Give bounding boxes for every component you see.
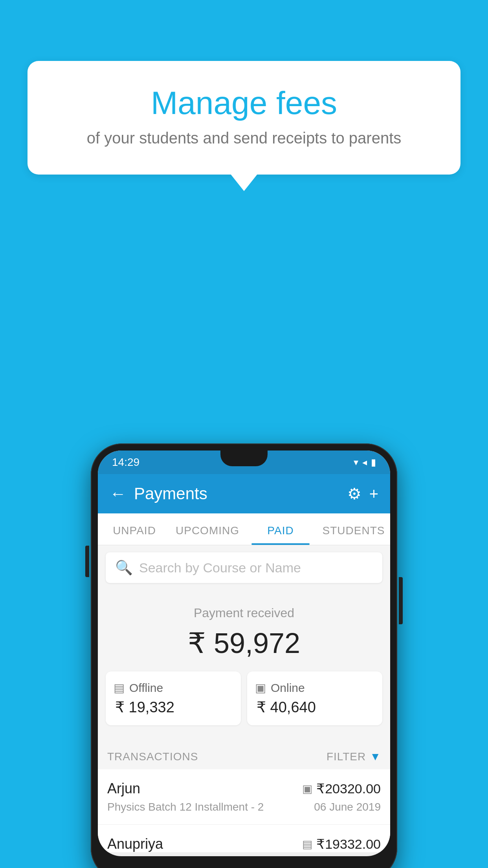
offline-card: ▤ Offline ₹ 19,332 bbox=[106, 671, 241, 725]
battery-icon: ▮ bbox=[371, 457, 376, 468]
payment-cards: ▤ Offline ₹ 19,332 ▣ Online ₹ 40,640 bbox=[106, 671, 382, 725]
tab-unpaid[interactable]: UNPAID bbox=[98, 513, 171, 545]
status-bar: 14:29 ▾ ◂ ▮ bbox=[98, 451, 390, 474]
transactions-header: TRANSACTIONS FILTER ▼ bbox=[98, 741, 390, 769]
bubble-subtitle: of your students and send receipts to pa… bbox=[47, 129, 441, 147]
filter-label: FILTER bbox=[327, 750, 366, 763]
tab-upcoming[interactable]: UPCOMING bbox=[171, 513, 244, 545]
search-bar[interactable]: 🔍 Search by Course or Name bbox=[106, 552, 382, 583]
transaction-item[interactable]: Arjun ▣ ₹20320.00 Physics Batch 12 Insta… bbox=[98, 769, 390, 825]
add-icon[interactable]: + bbox=[369, 485, 378, 503]
online-card: ▣ Online ₹ 40,640 bbox=[247, 671, 382, 725]
offline-payment-icon: ▤ bbox=[302, 838, 312, 851]
transaction-amount-2: ₹19332.00 bbox=[316, 836, 381, 852]
transaction-amount: ₹20320.00 bbox=[316, 781, 381, 796]
online-amount: ₹ 40,640 bbox=[255, 699, 316, 716]
payment-received-label: Payment received bbox=[106, 606, 382, 620]
offline-card-header: ▤ Offline bbox=[114, 681, 163, 695]
search-container: 🔍 Search by Course or Name bbox=[98, 545, 390, 590]
signal-icon: ◂ bbox=[362, 457, 367, 468]
transaction-row-top-2: Anupriya ▤ ₹19332.00 bbox=[107, 836, 381, 852]
online-card-header: ▣ Online bbox=[255, 681, 305, 695]
online-icon: ▣ bbox=[255, 681, 266, 695]
status-icons: ▾ ◂ ▮ bbox=[354, 457, 376, 468]
transaction-name: Arjun bbox=[107, 780, 140, 797]
speech-bubble: Manage fees of your students and send re… bbox=[28, 61, 460, 175]
phone-wrapper: 14:29 ▾ ◂ ▮ ← Payments ⚙ + UNPAID UPCO bbox=[91, 443, 397, 868]
payment-summary: Payment received ₹ 59,972 ▤ Offline ₹ 19… bbox=[98, 590, 390, 741]
filter-icon: ▼ bbox=[370, 750, 381, 763]
tab-students[interactable]: STUDENTS bbox=[317, 513, 390, 545]
notch bbox=[220, 451, 268, 466]
transaction-amount-container-2: ▤ ₹19332.00 bbox=[302, 836, 381, 852]
phone-screen: 14:29 ▾ ◂ ▮ ← Payments ⚙ + UNPAID UPCO bbox=[98, 451, 390, 856]
search-icon: 🔍 bbox=[115, 559, 133, 576]
transaction-item-partial[interactable]: Anupriya ▤ ₹19332.00 bbox=[98, 825, 390, 852]
transaction-row-top: Arjun ▣ ₹20320.00 bbox=[107, 780, 381, 797]
app-bar-title: Payments bbox=[134, 484, 339, 503]
offline-label: Offline bbox=[129, 681, 163, 695]
transaction-name-2: Anupriya bbox=[107, 836, 163, 852]
offline-amount: ₹ 19,332 bbox=[114, 699, 174, 716]
settings-icon[interactable]: ⚙ bbox=[347, 485, 361, 503]
transaction-row-bottom: Physics Batch 12 Installment - 2 06 June… bbox=[107, 801, 381, 813]
tabs-bar: UNPAID UPCOMING PAID STUDENTS bbox=[98, 513, 390, 545]
status-time: 14:29 bbox=[112, 456, 139, 469]
transactions-label: TRANSACTIONS bbox=[107, 750, 198, 763]
transaction-amount-container: ▣ ₹20320.00 bbox=[302, 781, 381, 796]
tab-paid[interactable]: PAID bbox=[244, 513, 317, 545]
phone-shell: 14:29 ▾ ◂ ▮ ← Payments ⚙ + UNPAID UPCO bbox=[91, 443, 397, 868]
app-bar: ← Payments ⚙ + bbox=[98, 474, 390, 513]
transaction-date: 06 June 2019 bbox=[314, 801, 381, 813]
transaction-course: Physics Batch 12 Installment - 2 bbox=[107, 801, 264, 813]
payment-total-amount: ₹ 59,972 bbox=[106, 627, 382, 660]
filter-button[interactable]: FILTER ▼ bbox=[327, 750, 381, 763]
back-button[interactable]: ← bbox=[110, 484, 126, 503]
online-label: Online bbox=[271, 681, 305, 695]
search-placeholder: Search by Course or Name bbox=[139, 560, 301, 576]
wifi-icon: ▾ bbox=[354, 457, 358, 468]
bubble-title: Manage fees bbox=[47, 85, 441, 121]
offline-icon: ▤ bbox=[114, 681, 125, 695]
app-bar-actions: ⚙ + bbox=[347, 485, 378, 503]
online-payment-icon: ▣ bbox=[302, 782, 312, 795]
